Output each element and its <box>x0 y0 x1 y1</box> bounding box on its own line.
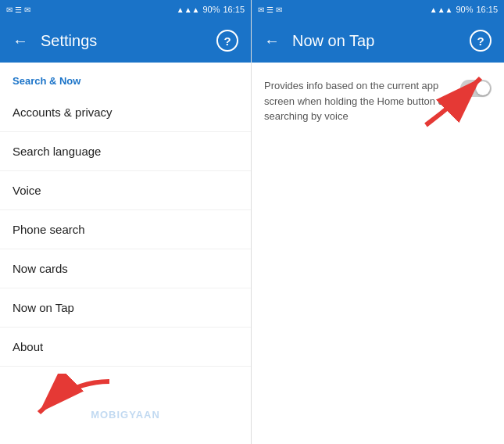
right-signal-icon: ▲▲▲ <box>430 5 453 14</box>
settings-item-about[interactable]: About <box>0 328 251 367</box>
section-header: Search & Now <box>0 63 251 93</box>
settings-item-voice[interactable]: Voice <box>0 171 251 210</box>
settings-item-now-on-tap[interactable]: Now on Tap <box>0 288 251 328</box>
settings-item-accounts[interactable]: Accounts & privacy <box>0 93 251 132</box>
settings-item-search-language[interactable]: Search language <box>0 132 251 171</box>
left-back-button[interactable]: ← <box>13 32 28 50</box>
right-time: 16:15 <box>476 5 498 14</box>
right-page-title: Now on Tap <box>292 32 470 50</box>
right-top-bar: ← Now on Tap ? <box>252 19 504 63</box>
right-panel: ✉ ☰ ✉ ▲▲▲ 90% 16:15 ← Now on Tap ? Provi… <box>252 0 504 444</box>
left-help-button[interactable]: ? <box>216 30 238 52</box>
right-notif-icon: ✉ ☰ ✉ <box>258 5 282 14</box>
left-status-icons: ✉ ☰ ✉ <box>6 5 30 14</box>
watermark: MOBIGYAAN <box>91 409 160 421</box>
red-arrow-right-icon <box>410 63 496 133</box>
right-status-right: ▲▲▲ 90% 16:15 <box>430 5 498 14</box>
left-page-title: Settings <box>41 32 216 50</box>
left-battery-icon: 90% <box>202 5 220 14</box>
settings-item-phone-search[interactable]: Phone search <box>0 210 251 249</box>
right-back-button[interactable]: ← <box>264 32 280 50</box>
right-status-bar: ✉ ☰ ✉ ▲▲▲ 90% 16:15 <box>252 0 504 19</box>
left-panel-body: Search & Now Accounts & privacy Search l… <box>0 63 251 444</box>
left-signal-icon: ▲▲▲ <box>177 5 200 14</box>
left-status-right: ▲▲▲ 90% 16:15 <box>177 5 245 14</box>
settings-item-now-cards[interactable]: Now cards <box>0 249 251 288</box>
left-time: 16:15 <box>223 5 245 14</box>
left-notif-icon: ✉ ☰ ✉ <box>6 5 30 14</box>
left-status-bar: ✉ ☰ ✉ ▲▲▲ 90% 16:15 <box>0 0 251 19</box>
right-status-icons: ✉ ☰ ✉ <box>258 5 282 14</box>
right-panel-body: Provides info based on the current app s… <box>252 63 504 444</box>
left-top-bar: ← Settings ? <box>0 19 251 63</box>
red-arrow-left-icon <box>23 374 117 436</box>
left-panel: ✉ ☰ ✉ ▲▲▲ 90% 16:15 ← Settings ? Search … <box>0 0 252 444</box>
right-help-button[interactable]: ? <box>470 30 491 52</box>
right-battery-icon: 90% <box>456 5 473 14</box>
